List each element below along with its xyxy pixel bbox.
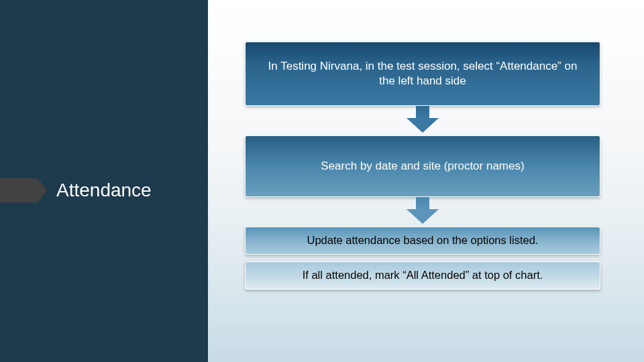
title-accent-bar — [0, 178, 38, 202]
slide-title: Attendance — [56, 180, 152, 201]
arrow-2-wrap — [245, 197, 600, 227]
step-2-text: Search by date and site (proctor names) — [321, 159, 524, 174]
slide: Attendance In Testing Nirvana, in the te… — [0, 0, 644, 362]
step-1-text: In Testing Nirvana, in the test session,… — [263, 59, 582, 88]
process-flow: In Testing Nirvana, in the test session,… — [245, 42, 600, 290]
step-3-box: Update attendance based on the options l… — [245, 227, 600, 255]
down-arrow-icon — [407, 106, 439, 133]
step-4-text: If all attended, mark “All Attended” at … — [303, 268, 543, 282]
step-2-box: Search by date and site (proctor names) — [245, 135, 600, 197]
arrow-1-wrap — [245, 106, 600, 135]
step-3-text: Update attendance based on the options l… — [307, 233, 539, 247]
title-accent-chevron-icon — [38, 178, 47, 202]
down-arrow-icon — [407, 197, 439, 224]
step-4-box: If all attended, mark “All Attended” at … — [245, 261, 600, 290]
step-1-box: In Testing Nirvana, in the test session,… — [245, 42, 600, 106]
